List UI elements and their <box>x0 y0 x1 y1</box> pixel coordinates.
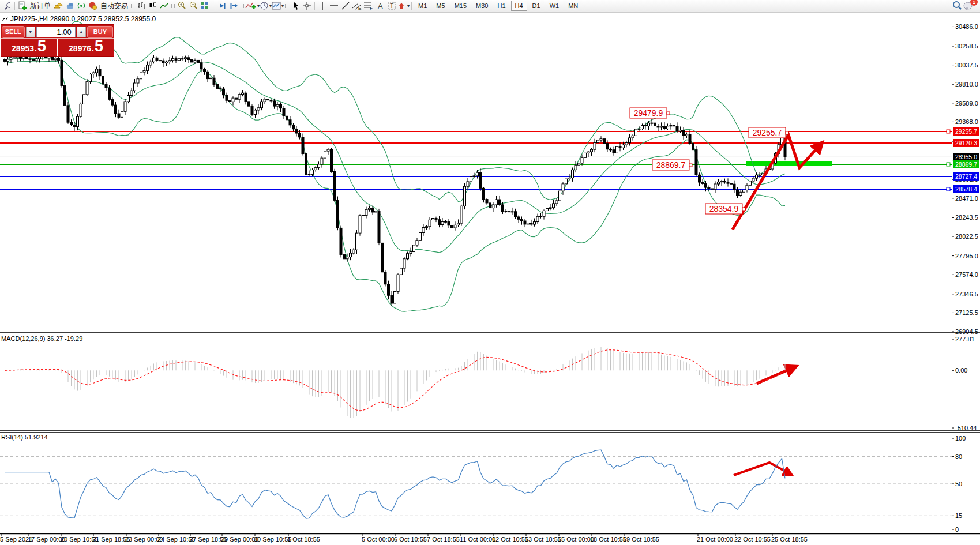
red-arrow[interactable] <box>757 368 793 384</box>
macd-indicator-label: MACD(12,26,9) 36.27 -19.29 <box>1 335 82 342</box>
chart-canvas[interactable]: 30486.030258.530037.529810.029589.029368… <box>0 0 980 545</box>
svg-text:27795.0: 27795.0 <box>955 253 978 260</box>
svg-text:28955.0: 28955.0 <box>955 153 977 160</box>
svg-text:11 Oct 00:00: 11 Oct 00:00 <box>460 536 495 543</box>
svg-text:0.00: 0.00 <box>955 367 967 374</box>
svg-text:18 Oct 10:55: 18 Oct 10:55 <box>590 536 626 543</box>
svg-text:28578.4: 28578.4 <box>955 186 977 193</box>
volume-increase-button[interactable]: ▲ <box>77 27 86 37</box>
svg-text:80: 80 <box>955 453 962 460</box>
bid-main: 28953 <box>12 44 34 53</box>
svg-text:21 Sep 18:55: 21 Sep 18:55 <box>92 536 130 543</box>
green-highlight-bar[interactable] <box>746 161 832 166</box>
chart-corner-icon <box>2 16 8 22</box>
svg-text:30037.5: 30037.5 <box>955 62 978 69</box>
svg-text:28022.5: 28022.5 <box>955 233 978 240</box>
svg-text:7 Oct 18:55: 7 Oct 18:55 <box>427 536 460 543</box>
buy-button[interactable]: BUY <box>87 26 113 38</box>
svg-text:27574.0: 27574.0 <box>955 271 978 278</box>
svg-text:29255.7: 29255.7 <box>753 128 782 137</box>
svg-text:277.81: 277.81 <box>955 336 975 343</box>
sell-button[interactable]: SELL <box>2 26 25 38</box>
svg-text:28727.4: 28727.4 <box>955 173 977 180</box>
svg-text:27125.5: 27125.5 <box>955 309 978 316</box>
svg-text:29120.3: 29120.3 <box>955 140 977 146</box>
svg-text:17 Sep 00:00: 17 Sep 00:00 <box>28 536 65 543</box>
svg-text:13 Oct 18:55: 13 Oct 18:55 <box>525 536 561 543</box>
price-lines <box>0 131 952 189</box>
chart-title: JPN225-,H4 28990.0 29027.5 28952.5 28955… <box>2 15 156 23</box>
svg-text:30486.0: 30486.0 <box>955 23 978 30</box>
time-axis: 5 Sep 202117 Sep 00:0020 Sep 10:5521 Sep… <box>0 533 808 543</box>
svg-text:19 Oct 18:55: 19 Oct 18:55 <box>623 536 659 543</box>
ask-pip: 5 <box>95 39 103 53</box>
bid-price[interactable]: 28953.5 <box>1 39 58 56</box>
rsi-pane: 1008050150 <box>0 435 966 533</box>
svg-text:50: 50 <box>955 480 962 487</box>
svg-text:15 Oct 00:00: 15 Oct 00:00 <box>558 536 594 543</box>
svg-text:0: 0 <box>955 526 959 533</box>
volume-input[interactable]: 1.00 <box>36 27 76 37</box>
svg-text:28869.7: 28869.7 <box>656 160 686 170</box>
svg-text:28354.9: 28354.9 <box>709 204 739 213</box>
symbol-ohlc-text: JPN225-,H4 28990.0 29027.5 28952.5 28955… <box>10 15 156 23</box>
red-arrow[interactable] <box>733 135 820 230</box>
price-label-box[interactable]: 29479.9 <box>630 108 670 118</box>
svg-text:1 Oct 18:55: 1 Oct 18:55 <box>287 536 320 543</box>
svg-text:29589.0: 29589.0 <box>955 100 978 107</box>
one-click-trading-panel: SELL ▼ 1.00 ▲ BUY 28953.5 28976.5 <box>1 24 114 57</box>
svg-text:29255.7: 29255.7 <box>955 128 977 135</box>
price-label-box[interactable]: 28869.7 <box>652 160 692 170</box>
svg-text:29368.0: 29368.0 <box>955 118 978 125</box>
svg-text:-510.44: -510.44 <box>955 424 977 431</box>
svg-text:30 Sep 10:55: 30 Sep 10:55 <box>254 536 291 543</box>
svg-text:25 Oct 18:55: 25 Oct 18:55 <box>771 536 808 543</box>
svg-text:29810.0: 29810.0 <box>955 81 978 88</box>
bid-dot: . <box>35 44 37 53</box>
svg-text:100: 100 <box>955 435 966 442</box>
pane-borders <box>0 12 980 534</box>
rsi-indicator-label: RSI(14) 51.9214 <box>1 434 48 441</box>
macd-pane: 277.810.00-510.44 <box>5 336 977 431</box>
mt4-window: 新订单 自动交易 ▾ ▾ ▾ E F A T ▾ M1M5M15M30H1H4D <box>0 0 980 545</box>
svg-text:28471.0: 28471.0 <box>955 195 978 202</box>
svg-text:28869.7: 28869.7 <box>955 161 977 168</box>
svg-text:27346.5: 27346.5 <box>955 291 978 298</box>
ask-main: 28976 <box>69 44 91 53</box>
svg-text:6 Oct 10:55: 6 Oct 10:55 <box>394 536 427 543</box>
bid-pip: 5 <box>37 39 46 53</box>
volume-decrease-button[interactable]: ▼ <box>26 27 35 37</box>
svg-text:15: 15 <box>955 512 962 519</box>
svg-text:12 Oct 10:55: 12 Oct 10:55 <box>492 536 528 543</box>
svg-text:30258.5: 30258.5 <box>955 43 978 50</box>
price-label-box[interactable]: 29255.7 <box>749 127 788 138</box>
price-label-box[interactable]: 28354.9 <box>705 204 745 214</box>
ask-dot: . <box>92 44 94 53</box>
svg-text:21 Oct 00:00: 21 Oct 00:00 <box>697 536 733 543</box>
svg-text:29479.9: 29479.9 <box>634 108 663 118</box>
candles-layer <box>3 52 786 307</box>
svg-text:22 Oct 10:55: 22 Oct 10:55 <box>734 536 771 543</box>
ask-price[interactable]: 28976.5 <box>58 39 114 56</box>
svg-text:28243.5: 28243.5 <box>955 214 978 221</box>
red-arrow[interactable] <box>734 463 789 475</box>
svg-text:5 Oct 00:00: 5 Oct 00:00 <box>362 536 395 543</box>
svg-text:29 Sep 00:00: 29 Sep 00:00 <box>221 536 258 543</box>
svg-text:26904.5: 26904.5 <box>955 328 978 335</box>
